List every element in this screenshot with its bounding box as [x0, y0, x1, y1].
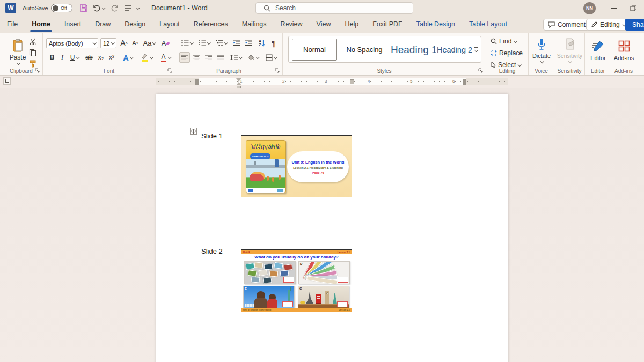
style-normal[interactable]: Normal — [292, 39, 337, 61]
superscript-button[interactable]: x² — [107, 52, 116, 63]
tab-file[interactable]: File — [0, 16, 25, 33]
change-case-button[interactable]: Aa — [142, 38, 157, 48]
share-button[interactable]: Share — [625, 19, 644, 31]
book-title: Tiếng Anh — [246, 143, 285, 150]
align-center-icon — [193, 55, 200, 61]
replace-button[interactable]: Replace — [491, 48, 526, 58]
tab-view[interactable]: View — [310, 16, 338, 33]
save-icon[interactable] — [79, 0, 88, 16]
font-name-select[interactable]: Aptos (Body) — [46, 38, 98, 48]
align-right-icon — [205, 55, 212, 61]
tab-draw[interactable]: Draw — [88, 16, 118, 33]
undo-dropdown-icon[interactable] — [102, 0, 105, 16]
copy-button[interactable] — [28, 48, 38, 57]
paragraph-dialog-launcher-icon[interactable] — [275, 68, 280, 73]
liberty-photo: E — [243, 286, 295, 309]
underline-button[interactable]: U — [68, 52, 82, 63]
sort-button[interactable]: AZ — [256, 38, 268, 48]
redo-icon[interactable] — [111, 0, 119, 16]
justify-button[interactable] — [215, 52, 225, 63]
bold-button[interactable]: B — [47, 52, 57, 63]
editing-mode-button[interactable]: Editing — [586, 19, 630, 31]
quick-access-dropdown-icon[interactable] — [136, 0, 139, 16]
align-center-button[interactable] — [191, 52, 202, 63]
tab-references[interactable]: References — [187, 16, 235, 33]
tab-foxit-pdf[interactable]: Foxit PDF — [365, 16, 409, 33]
undo-icon[interactable] — [92, 0, 101, 16]
shading-button[interactable] — [246, 52, 261, 63]
right-margin-marker[interactable] — [463, 79, 466, 85]
slide-1-image[interactable]: Tiếng Anh SMART WORLD Unit 9: English in… — [241, 135, 352, 197]
tab-mailings[interactable]: Mailings — [235, 16, 274, 33]
styles-gallery-more-button[interactable] — [472, 38, 480, 61]
format-painter-button[interactable] — [28, 59, 38, 69]
document-page[interactable]: Slide 1 Tiếng Anh SMART WORLD Unit 9: En… — [156, 94, 508, 362]
addins-grid-icon — [618, 40, 630, 52]
style-no-spacing[interactable]: No Spacing — [340, 39, 389, 61]
strikethrough-button[interactable]: ab — [84, 52, 94, 63]
autosave-toggle[interactable]: Off — [51, 0, 72, 16]
group-voice: Dictate Voice — [529, 33, 554, 75]
restore-button[interactable] — [625, 0, 641, 16]
find-button[interactable]: Find — [491, 36, 526, 46]
multilevel-list-button[interactable] — [214, 38, 229, 48]
bullets-button[interactable] — [179, 38, 194, 48]
line-spacing-button[interactable] — [228, 52, 244, 63]
grow-font-button[interactable]: A˄ — [119, 38, 129, 48]
slide-2-image[interactable]: Unit 9 Lesson 2.1 What do you usually do… — [241, 249, 352, 312]
highlight-color-button[interactable] — [138, 52, 155, 63]
font-dialog-launcher-icon[interactable] — [167, 68, 173, 73]
borders-button[interactable] — [263, 52, 279, 63]
cut-button[interactable] — [28, 36, 38, 46]
word-app-icon[interactable]: W — [5, 0, 16, 16]
avatar[interactable]: NN — [583, 0, 596, 16]
increase-indent-button[interactable] — [243, 38, 254, 48]
tab-table-design[interactable]: Table Design — [409, 16, 462, 33]
pencil-icon — [591, 21, 597, 28]
left-margin-marker[interactable] — [195, 79, 199, 85]
dictate-button[interactable]: Dictate — [531, 35, 552, 65]
tab-review[interactable]: Review — [274, 16, 310, 33]
table-column-marker[interactable] — [350, 79, 354, 84]
shrink-font-button[interactable]: A˅ — [130, 38, 141, 48]
subscript-button[interactable]: x₂ — [96, 52, 106, 63]
clipboard-dialog-launcher-icon[interactable] — [35, 68, 40, 73]
answer-box — [282, 301, 293, 307]
slide-2-header-bar: Unit 9 Lesson 2.1 — [241, 250, 352, 254]
style-heading-1[interactable]: Heading 1 — [391, 39, 436, 61]
tab-design[interactable]: Design — [118, 16, 152, 33]
font-color-button[interactable]: A — [157, 52, 173, 63]
sensitivity-button[interactable]: Sensitivity — [555, 35, 584, 65]
tab-stop-selector[interactable] — [3, 77, 11, 85]
group-sensitivity: Sensitivity Sensitivity — [554, 33, 585, 75]
search-input[interactable]: Search — [255, 2, 413, 14]
paint-bucket-icon — [248, 54, 255, 61]
tab-table-layout[interactable]: Table Layout — [462, 16, 514, 33]
table-move-handle[interactable] — [190, 128, 197, 135]
editor-button[interactable]: Editor — [587, 35, 609, 65]
addins-button[interactable]: Add-ins — [612, 35, 635, 65]
align-right-button[interactable] — [203, 52, 214, 63]
style-heading-2[interactable]: Heading 2 — [437, 39, 472, 61]
title-bar: W AutoSave Off Document1 - Word Search N… — [0, 0, 644, 16]
decrease-indent-button[interactable] — [231, 38, 242, 48]
clear-formatting-button[interactable]: A — [160, 38, 172, 48]
tab-insert[interactable]: Insert — [57, 16, 88, 33]
tab-layout[interactable]: Layout — [152, 16, 187, 33]
slide-1-label: Slide 1 — [201, 132, 223, 140]
tab-home[interactable]: Home — [25, 16, 57, 33]
photo-collage — [244, 261, 296, 284]
minimize-button[interactable] — [605, 0, 621, 16]
quick-access-menu-icon[interactable] — [125, 0, 132, 16]
font-size-select[interactable]: 12 — [100, 38, 116, 48]
tab-help[interactable]: Help — [338, 16, 365, 33]
align-left-button[interactable] — [179, 52, 190, 63]
replace-icon — [491, 50, 497, 56]
horizontal-ruler[interactable]: 1 2 3 4 5 6 — [156, 78, 508, 85]
italic-button[interactable]: I — [58, 52, 67, 63]
text-effects-button[interactable]: A — [120, 52, 136, 63]
numbering-button[interactable] — [196, 38, 211, 48]
paste-button[interactable]: Paste — [6, 35, 29, 68]
styles-dialog-launcher-icon[interactable] — [478, 68, 484, 73]
show-formatting-button[interactable]: ¶ — [269, 38, 279, 48]
